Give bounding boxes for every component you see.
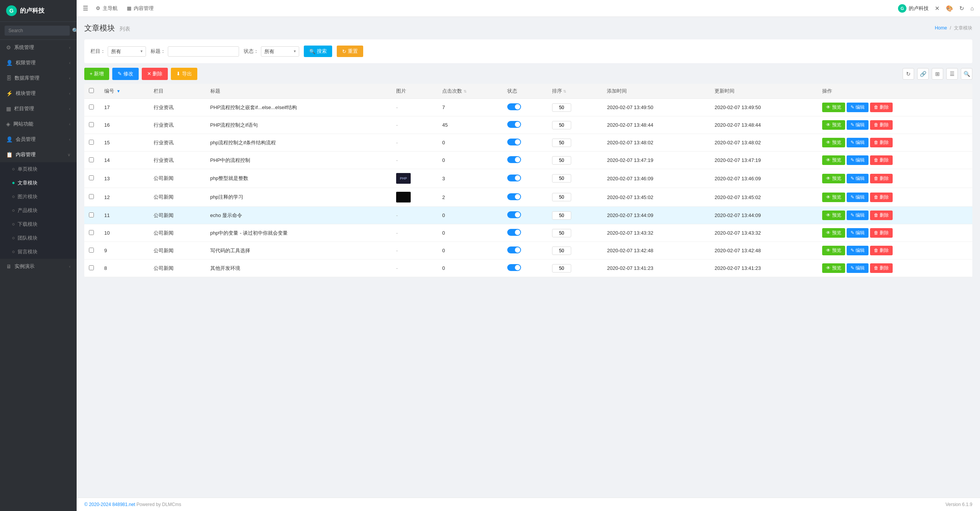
export-button[interactable]: ⬇ 导出 bbox=[171, 68, 197, 80]
preview-button[interactable]: 👁 预览 bbox=[822, 246, 845, 255]
footer-link[interactable]: © 2020-2024 848981.net bbox=[84, 502, 135, 507]
edit-row-button[interactable]: ✎ 编辑 bbox=[847, 228, 869, 238]
order-input[interactable] bbox=[552, 103, 571, 112]
sidebar-item-single[interactable]: 单页模块 bbox=[0, 162, 77, 176]
delete-row-button[interactable]: 🗑 删除 bbox=[870, 155, 893, 165]
row-checkbox[interactable] bbox=[89, 157, 94, 162]
refresh-icon[interactable]: ↻ bbox=[959, 5, 964, 12]
delete-row-button[interactable]: 🗑 删除 bbox=[870, 138, 893, 147]
delete-row-button[interactable]: 🗑 删除 bbox=[870, 103, 893, 112]
order-input[interactable] bbox=[552, 121, 571, 129]
link-button[interactable]: 🔗 bbox=[917, 68, 929, 80]
sort-icon[interactable]: ▼ bbox=[116, 89, 121, 93]
breadcrumb-home[interactable]: Home bbox=[935, 25, 947, 31]
status-toggle[interactable] bbox=[507, 211, 521, 218]
edit-row-button[interactable]: ✎ 编辑 bbox=[847, 211, 869, 220]
sidebar-item-image[interactable]: 图片模块 bbox=[0, 190, 77, 204]
order-input[interactable] bbox=[552, 247, 571, 255]
delete-row-button[interactable]: 🗑 删除 bbox=[870, 246, 893, 255]
search-input[interactable] bbox=[5, 26, 70, 36]
refresh-table-button[interactable]: ↻ bbox=[903, 68, 914, 80]
edit-row-button[interactable]: ✎ 编辑 bbox=[847, 155, 869, 165]
preview-button[interactable]: 👁 预览 bbox=[822, 138, 845, 147]
sidebar-item-download[interactable]: 下载模块 bbox=[0, 217, 77, 231]
status-toggle[interactable] bbox=[507, 139, 521, 145]
preview-button[interactable]: 👁 预览 bbox=[822, 228, 845, 238]
sort-icon[interactable]: ⇅ bbox=[563, 89, 566, 93]
status-toggle[interactable] bbox=[507, 156, 521, 163]
preview-button[interactable]: 👁 预览 bbox=[822, 211, 845, 220]
order-input[interactable] bbox=[552, 211, 571, 220]
palette-icon[interactable]: 🎨 bbox=[946, 5, 953, 12]
status-toggle[interactable] bbox=[507, 175, 521, 181]
status-toggle[interactable] bbox=[507, 229, 521, 236]
delete-row-button[interactable]: 🗑 删除 bbox=[870, 211, 893, 220]
add-button[interactable]: + 新增 bbox=[84, 68, 109, 80]
order-input[interactable] bbox=[552, 264, 571, 273]
status-toggle[interactable] bbox=[507, 247, 521, 253]
preview-button[interactable]: 👁 预览 bbox=[822, 174, 845, 183]
expand-button[interactable]: ⊞ bbox=[932, 68, 943, 80]
sidebar-item-member[interactable]: 👤 会员管理 ‹ bbox=[0, 132, 77, 147]
preview-button[interactable]: 👁 预览 bbox=[822, 263, 845, 273]
row-checkbox[interactable] bbox=[89, 212, 94, 217]
row-checkbox[interactable] bbox=[89, 194, 94, 199]
row-checkbox[interactable] bbox=[89, 104, 94, 109]
status-toggle[interactable] bbox=[507, 193, 521, 200]
delete-row-button[interactable]: 🗑 删除 bbox=[870, 174, 893, 183]
edit-row-button[interactable]: ✎ 编辑 bbox=[847, 103, 869, 112]
row-checkbox[interactable] bbox=[89, 140, 94, 145]
home-icon[interactable]: ⌂ bbox=[970, 5, 974, 11]
preview-button[interactable]: 👁 预览 bbox=[822, 193, 845, 202]
column-select[interactable]: 所有 行业资讯 公司新闻 bbox=[108, 46, 146, 57]
delete-row-button[interactable]: 🗑 删除 bbox=[870, 228, 893, 238]
order-input[interactable] bbox=[552, 193, 571, 201]
delete-row-button[interactable]: 🗑 删除 bbox=[870, 263, 893, 273]
order-input[interactable] bbox=[552, 174, 571, 183]
search-button[interactable]: 🔍 bbox=[72, 28, 77, 34]
row-checkbox[interactable] bbox=[89, 175, 94, 180]
preview-button[interactable]: 👁 预览 bbox=[822, 120, 845, 130]
columns-button[interactable]: ☰ bbox=[946, 68, 958, 80]
sidebar-item-team[interactable]: 团队模块 bbox=[0, 231, 77, 245]
status-toggle[interactable] bbox=[507, 264, 521, 271]
reset-button[interactable]: ↻ 重置 bbox=[337, 46, 363, 57]
close-icon[interactable]: ✕ bbox=[935, 5, 940, 12]
preview-button[interactable]: 👁 预览 bbox=[822, 155, 845, 165]
order-input[interactable] bbox=[552, 229, 571, 237]
sidebar-item-permission[interactable]: 👤 权限管理 ‹ bbox=[0, 55, 77, 70]
content-nav-item[interactable]: ▦ 内容管理 bbox=[125, 5, 155, 12]
status-select[interactable]: 所有 启用 禁用 bbox=[261, 46, 299, 57]
sort-icon[interactable]: ⇅ bbox=[464, 89, 467, 93]
edit-row-button[interactable]: ✎ 编辑 bbox=[847, 263, 869, 273]
order-input[interactable] bbox=[552, 156, 571, 165]
edit-row-button[interactable]: ✎ 编辑 bbox=[847, 120, 869, 130]
sidebar-item-demo[interactable]: 🖥 实例演示 ‹ bbox=[0, 259, 77, 274]
select-all-checkbox[interactable] bbox=[89, 88, 94, 93]
status-toggle[interactable] bbox=[507, 103, 521, 110]
sidebar-item-product[interactable]: 产品模块 bbox=[0, 204, 77, 217]
edit-row-button[interactable]: ✎ 编辑 bbox=[847, 246, 869, 255]
edit-button[interactable]: ✎ 修改 bbox=[112, 68, 139, 80]
status-toggle[interactable] bbox=[507, 121, 521, 128]
sidebar-item-content[interactable]: 📋 内容管理 ∨ bbox=[0, 147, 77, 162]
row-checkbox[interactable] bbox=[89, 248, 94, 253]
row-checkbox[interactable] bbox=[89, 230, 94, 235]
title-input[interactable] bbox=[168, 46, 239, 57]
search-table-button[interactable]: 🔍 bbox=[961, 68, 972, 80]
edit-row-button[interactable]: ✎ 编辑 bbox=[847, 193, 869, 202]
sidebar-item-article[interactable]: 文章模块 bbox=[0, 176, 77, 190]
edit-row-button[interactable]: ✎ 编辑 bbox=[847, 138, 869, 147]
sidebar-item-module[interactable]: ⚡ 模块管理 ‹ bbox=[0, 86, 77, 101]
main-nav-item[interactable]: ⚙ 主导航 bbox=[94, 5, 119, 12]
hamburger-icon[interactable]: ☰ bbox=[83, 5, 88, 12]
row-checkbox[interactable] bbox=[89, 122, 94, 127]
delete-row-button[interactable]: 🗑 删除 bbox=[870, 120, 893, 130]
sidebar-item-message[interactable]: 留言模块 bbox=[0, 245, 77, 259]
sidebar-item-webfunc[interactable]: ◈ 网站功能 ‹ bbox=[0, 116, 77, 132]
row-checkbox[interactable] bbox=[89, 265, 94, 270]
sidebar-item-column[interactable]: ▦ 栏目管理 ‹ bbox=[0, 101, 77, 116]
sidebar-item-system[interactable]: ⚙ 系统管理 ‹ bbox=[0, 40, 77, 55]
order-input[interactable] bbox=[552, 139, 571, 147]
delete-button[interactable]: ✕ 删除 bbox=[142, 68, 168, 80]
